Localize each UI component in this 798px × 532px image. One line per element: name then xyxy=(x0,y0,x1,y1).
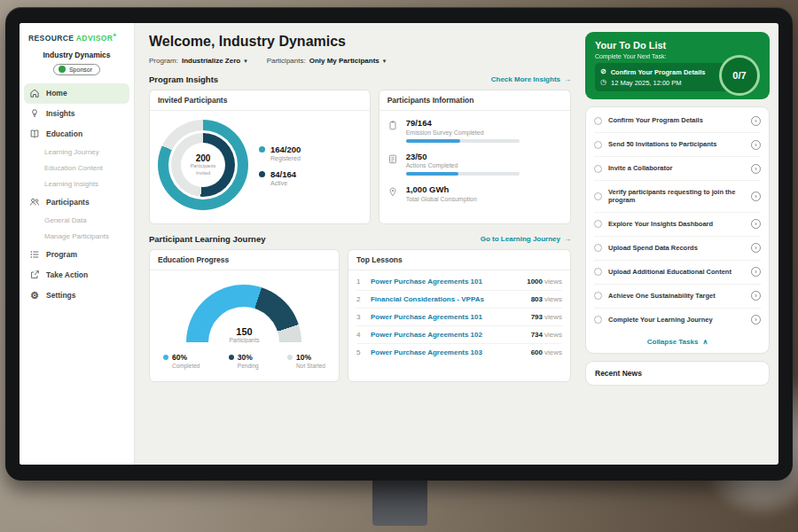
task-checkbox[interactable] xyxy=(594,165,602,173)
lesson-views-word: views xyxy=(544,313,562,321)
task-row[interactable]: Confirm Your Program Details › xyxy=(594,109,761,133)
recent-news-title: Recent News xyxy=(595,369,642,378)
chevron-down-icon: ▾ xyxy=(244,58,247,65)
lesson-rank: 5 xyxy=(356,348,364,356)
task-row[interactable]: Upload Spend Data Records › xyxy=(594,237,761,261)
gauge-legend-dot xyxy=(229,355,234,360)
task-row[interactable]: Verify participants requesting to join t… xyxy=(594,181,761,213)
learning-journey-header: Participant Learning Journey Go to Learn… xyxy=(149,234,571,244)
clipboard-icon xyxy=(387,118,399,143)
sidebar-item-manage-participants[interactable]: Manage Participants xyxy=(20,229,134,245)
sidebar-item-general-data[interactable]: General Data xyxy=(20,213,134,229)
legend-value: 84/164 xyxy=(270,169,296,179)
sidebar-item-take-action[interactable]: Take Action xyxy=(20,265,134,286)
task-checkbox[interactable] xyxy=(594,141,602,149)
todo-title: Your To Do List xyxy=(595,40,760,51)
task-label: Verify participants requesting to join t… xyxy=(608,188,745,206)
chevron-right-icon[interactable]: › xyxy=(751,140,761,150)
sidebar-item-insights[interactable]: Insights xyxy=(20,104,134,124)
card-title: Top Lessons xyxy=(348,250,570,270)
page-title: Welcome, Industry Dynamics xyxy=(149,34,571,50)
chevron-right-icon[interactable]: › xyxy=(751,116,761,126)
todo-summary-card: Your To Do List Complete Your Next Task:… xyxy=(585,32,770,99)
program-insights-header: Program Insights Check More Insights → xyxy=(149,74,571,84)
go-to-learning-journey-link[interactable]: Go to Learning Journey → xyxy=(481,235,571,243)
section-title: Program Insights xyxy=(149,74,218,84)
sidebar-item-label: Settings xyxy=(46,291,76,300)
lesson-row: 2 Financial Considerations - VPPAs 803vi… xyxy=(356,291,562,309)
sidebar-item-education-content[interactable]: Education Content xyxy=(20,160,134,176)
sidebar-item-program[interactable]: Program xyxy=(20,245,134,265)
sidebar-nav: Home Insights Education Learning Journey… xyxy=(20,83,134,306)
top-lessons-card: Top Lessons 1 Power Purchase Agreements … xyxy=(348,249,571,382)
sidebar-item-learning-insights[interactable]: Learning Insights xyxy=(20,176,134,192)
lesson-link[interactable]: Power Purchase Agreements 101 xyxy=(371,313,482,321)
chevron-right-icon[interactable]: › xyxy=(751,164,761,174)
active-legend-dot xyxy=(259,171,265,177)
task-row[interactable]: Achieve One Sustainability Target › xyxy=(594,285,761,309)
chevron-right-icon[interactable]: › xyxy=(751,219,761,229)
sidebar-item-settings[interactable]: ⚙ Settings xyxy=(20,286,134,306)
chevron-right-icon[interactable]: › xyxy=(751,315,761,325)
lesson-link[interactable]: Power Purchase Agreements 101 xyxy=(371,278,482,286)
stat-row: 23/50 Actions Completed xyxy=(387,152,562,176)
chevron-right-icon[interactable]: › xyxy=(751,267,761,277)
lesson-link[interactable]: Financial Considerations - VPPAs xyxy=(371,295,484,303)
brand-plus: + xyxy=(113,32,117,38)
stat-row: 79/164 Emission Survey Completed xyxy=(387,118,562,143)
task-row[interactable]: Upload Additional Educational Content › xyxy=(594,261,761,285)
chevron-right-icon[interactable]: › xyxy=(751,192,761,201)
task-row[interactable]: Send 50 Invitations to Participants › xyxy=(594,133,761,157)
sidebar-item-learning-journey[interactable]: Learning Journey xyxy=(20,145,134,160)
education-gauge: 150 Participants xyxy=(186,285,301,343)
task-checkbox[interactable] xyxy=(594,268,602,276)
task-checkbox[interactable] xyxy=(594,292,602,300)
participants-filter[interactable]: Participants: Only My Participants ▾ xyxy=(267,57,387,65)
task-label: Invite a Collaborator xyxy=(608,164,745,173)
task-checkbox[interactable] xyxy=(594,316,602,324)
sidebar-item-label: Participants xyxy=(46,198,90,207)
task-row[interactable]: Complete Your Learning Journey › xyxy=(594,309,761,332)
task-checkbox[interactable] xyxy=(594,192,602,200)
task-checkbox[interactable] xyxy=(594,117,602,125)
donut-center-label: Participants Invited xyxy=(185,163,221,176)
progress-bar xyxy=(406,172,520,176)
sidebar-item-home[interactable]: Home xyxy=(24,83,129,104)
people-icon xyxy=(29,197,40,207)
chevron-right-icon[interactable]: › xyxy=(751,243,761,253)
list-icon xyxy=(29,249,40,260)
task-row[interactable]: Explore Your Insights Dashboard › xyxy=(594,213,761,237)
lesson-views: 734 xyxy=(531,331,543,339)
sidebar-item-education[interactable]: Education xyxy=(20,124,134,145)
task-checkbox[interactable] xyxy=(594,244,602,252)
lesson-rank: 3 xyxy=(356,313,364,321)
task-label: Upload Additional Educational Content xyxy=(608,268,745,277)
collapse-tasks-button[interactable]: Collapse Tasks ∧ xyxy=(594,332,761,351)
lesson-link[interactable]: Power Purchase Agreements 102 xyxy=(371,331,482,339)
sidebar: RESOURCE ADVISOR+ Industry Dynamics Spon… xyxy=(20,23,135,465)
lightbulb-icon xyxy=(29,108,40,119)
lesson-views-word: views xyxy=(544,331,562,339)
chevron-right-icon[interactable]: › xyxy=(751,291,761,301)
gauge-center-label: Participants xyxy=(186,337,301,343)
legend-item: 164/200 Registered xyxy=(259,145,301,161)
section-title: Participant Learning Journey xyxy=(149,234,265,244)
link-label: Check More Insights xyxy=(491,75,560,83)
app-logo: RESOURCE ADVISOR+ xyxy=(20,32,134,43)
gear-icon: ⚙ xyxy=(29,290,40,301)
lesson-link[interactable]: Power Purchase Agreements 103 xyxy=(371,348,482,356)
progress-bar-fill xyxy=(406,172,458,176)
next-task-block[interactable]: ⊘ Confirm Your Program Details ◷ 12 May … xyxy=(595,63,730,91)
todo-progress-badge: 0/7 xyxy=(719,55,760,96)
check-more-insights-link[interactable]: Check More Insights → xyxy=(491,75,571,83)
filter-bar: Program: Industrialize Zero ▾ Participan… xyxy=(149,57,571,65)
task-checkbox[interactable] xyxy=(594,220,602,228)
program-filter[interactable]: Program: Industrialize Zero ▾ xyxy=(149,57,247,65)
task-row[interactable]: Invite a Collaborator › xyxy=(594,157,761,181)
monitor-stand xyxy=(372,477,427,526)
legend-label: Pending xyxy=(238,363,259,369)
lesson-rank: 4 xyxy=(356,331,364,339)
sidebar-item-participants[interactable]: Participants xyxy=(20,192,134,213)
arrow-right-icon: → xyxy=(564,235,571,243)
recent-news-card[interactable]: Recent News xyxy=(585,361,770,386)
